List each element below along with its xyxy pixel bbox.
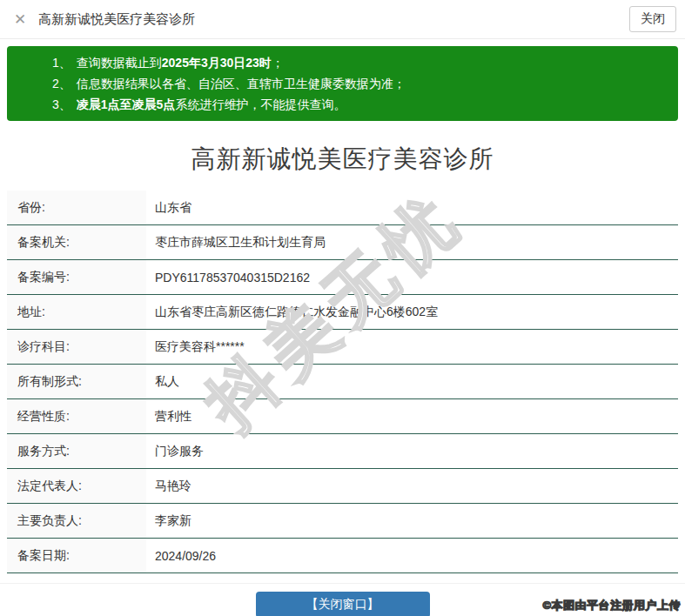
info-label: 经营性质:: [7, 399, 146, 433]
info-label: 备案编号:: [7, 260, 146, 294]
notice-line-1-text: 查询数据截止到: [77, 56, 162, 70]
notice-line-1-bold: 2025年3月30日23时: [162, 56, 272, 70]
info-value: 山东省: [146, 191, 678, 224]
info-row-filing-number: 备案编号: PDY61178537040315D2162: [7, 260, 678, 295]
info-value: 枣庄市薛城区卫生和计划生育局: [146, 225, 678, 259]
info-value: 山东省枣庄高新区德仁路德仁水发金融中心6楼602室: [146, 295, 678, 329]
info-value: 营利性: [146, 399, 678, 433]
info-row-province: 省份: 山东省: [7, 191, 678, 225]
info-value: 医疗美容科******: [146, 330, 678, 364]
notice-line-3: 3、凌晨1点至凌晨5点系统进行维护，不能提供查询。: [7, 94, 669, 115]
window-header: ✕ 高新新诚悦美医疗美容诊所 关闭: [0, 0, 685, 39]
info-label: 主要负责人:: [7, 504, 146, 538]
info-label: 地址:: [7, 295, 146, 329]
notice-line-2-text: 信息数据结果以各省、自治区、直辖市卫生健康委数据为准；: [77, 77, 406, 90]
info-value: 马艳玲: [146, 469, 678, 503]
info-label: 备案日期:: [7, 539, 146, 572]
info-value: 2024/09/26: [146, 539, 678, 572]
info-row-person-in-charge: 主要负责人: 李家新: [7, 504, 678, 539]
close-button[interactable]: 关闭: [629, 6, 676, 32]
info-row-medical-subjects: 诊疗科目: 医疗美容科******: [7, 330, 678, 365]
notice-line-2: 2、信息数据结果以各省、自治区、直辖市卫生健康委数据为准；: [7, 73, 669, 94]
notice-line-1-post: ；: [272, 56, 284, 70]
info-label: 省份:: [7, 191, 146, 224]
info-row-filing-date: 备案日期: 2024/09/26: [7, 539, 678, 573]
notice-line-1-number: 1、: [52, 56, 71, 70]
info-value: PDY61178537040315D2162: [146, 260, 678, 294]
info-row-service-mode: 服务方式: 门诊服务: [7, 434, 678, 469]
clinic-title: 高新新诚悦美医疗美容诊所: [0, 143, 685, 176]
notice-banner: 1、查询数据截止到2025年3月30日23时； 2、信息数据结果以各省、自治区、…: [7, 46, 678, 121]
clinic-info-table: 省份: 山东省 备案机关: 枣庄市薛城区卫生和计划生育局 备案编号: PDY61…: [7, 191, 678, 573]
info-row-address: 地址: 山东省枣庄高新区德仁路德仁水发金融中心6楼602室: [7, 295, 678, 330]
notice-line-3-post: 系统进行维护，不能提供查询。: [175, 97, 346, 111]
window-title: 高新新诚悦美医疗美容诊所: [38, 11, 195, 28]
info-label: 所有制形式:: [7, 365, 146, 398]
close-x-icon[interactable]: ✕: [14, 12, 26, 27]
info-label: 服务方式:: [7, 434, 146, 468]
notice-line-3-bold: 凌晨1点至凌晨5点: [77, 97, 176, 111]
info-row-business-nature: 经营性质: 营利性: [7, 399, 678, 434]
upload-credit-text: ©本图由平台注册用户上传: [542, 598, 681, 613]
notice-line-2-number: 2、: [52, 77, 71, 90]
info-value: 李家新: [146, 504, 678, 538]
info-label: 法定代表人:: [7, 469, 146, 503]
close-window-button[interactable]: 【关闭窗口】: [256, 592, 430, 616]
notice-line-3-number: 3、: [52, 97, 71, 111]
info-row-legal-representative: 法定代表人: 马艳玲: [7, 469, 678, 504]
info-row-filing-authority: 备案机关: 枣庄市薛城区卫生和计划生育局: [7, 225, 678, 260]
info-label: 备案机关:: [7, 225, 146, 259]
info-label: 诊疗科目:: [7, 330, 146, 364]
info-value: 私人: [146, 365, 678, 398]
info-value: 门诊服务: [146, 434, 678, 468]
notice-line-1: 1、查询数据截止到2025年3月30日23时；: [7, 52, 669, 73]
info-row-ownership: 所有制形式: 私人: [7, 365, 678, 399]
